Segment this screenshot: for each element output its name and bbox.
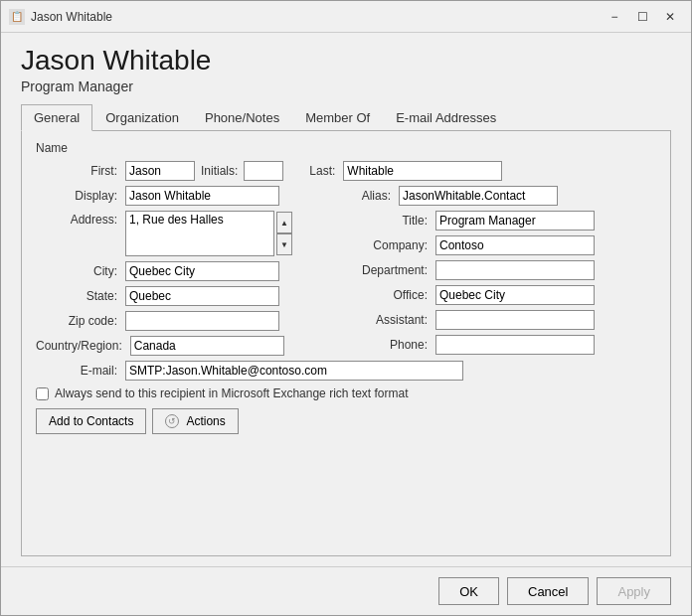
- country-label: Country/Region:: [36, 339, 130, 353]
- left-column: Address: 1, Rue des Halles ▲ ▼ City:: [36, 211, 346, 361]
- address-input[interactable]: 1, Rue des Halles: [125, 211, 274, 256]
- zip-input[interactable]: [125, 311, 279, 331]
- apply-label: Apply: [617, 584, 650, 599]
- title-input[interactable]: [435, 211, 595, 231]
- last-label: Last:: [283, 164, 343, 178]
- company-row: Company:: [356, 235, 656, 255]
- action-buttons: Add to Contacts ↺ Actions: [36, 408, 656, 434]
- display-row: Display: Alias:: [36, 186, 656, 206]
- actions-label: Actions: [186, 414, 225, 428]
- alias-label: Alias:: [339, 189, 399, 203]
- city-row: City:: [36, 261, 336, 281]
- phone-label: Phone:: [356, 338, 435, 352]
- add-to-contacts-button[interactable]: Add to Contacts: [36, 408, 146, 434]
- content-area: Jason Whitable Program Manager General O…: [1, 33, 691, 566]
- actions-button[interactable]: ↺ Actions: [152, 408, 238, 434]
- state-label: State:: [36, 289, 125, 303]
- address-scroll: ▲ ▼: [276, 212, 292, 255]
- initials-label: Initials:: [195, 164, 244, 178]
- ok-label: OK: [459, 584, 478, 599]
- maximize-button[interactable]: ☐: [629, 7, 655, 27]
- tab-email-addresses[interactable]: E-mail Addresses: [383, 104, 509, 131]
- tab-member-of[interactable]: Member Of: [292, 104, 383, 131]
- last-input[interactable]: [343, 161, 502, 181]
- display-input[interactable]: [125, 186, 279, 206]
- display-label: Display:: [36, 189, 125, 203]
- phone-input[interactable]: [435, 335, 595, 355]
- title-row: Title:: [356, 211, 656, 231]
- department-input[interactable]: [435, 260, 595, 280]
- contact-name: Jason Whitable: [21, 45, 671, 77]
- alias-input[interactable]: [399, 186, 558, 206]
- minimize-button[interactable]: −: [602, 7, 627, 27]
- contact-role: Program Manager: [21, 78, 671, 94]
- main-window: 📋 Jason Whitable − ☐ ✕ Jason Whitable Pr…: [0, 0, 692, 616]
- window-title: Jason Whitable: [31, 10, 112, 24]
- state-input[interactable]: [125, 286, 279, 306]
- name-row: First: Initials: Last:: [36, 161, 656, 181]
- department-label: Department:: [356, 263, 435, 277]
- city-input[interactable]: [125, 261, 279, 281]
- two-col-section: Address: 1, Rue des Halles ▲ ▼ City:: [36, 211, 656, 361]
- add-to-contacts-label: Add to Contacts: [49, 414, 133, 428]
- tab-organization[interactable]: Organization: [92, 104, 192, 131]
- tab-phone-notes[interactable]: Phone/Notes: [192, 104, 292, 131]
- first-label: First:: [36, 164, 125, 178]
- rich-text-checkbox[interactable]: [36, 387, 49, 400]
- phone-row: Phone:: [356, 335, 656, 355]
- cancel-label: Cancel: [528, 584, 568, 599]
- address-scroll-up[interactable]: ▲: [276, 212, 292, 233]
- window-icon: 📋: [9, 9, 25, 25]
- email-row: E-mail:: [36, 361, 656, 381]
- company-input[interactable]: [435, 235, 595, 255]
- right-column: Title: Company: Department:: [346, 211, 656, 361]
- zip-label: Zip code:: [36, 314, 125, 328]
- address-scroll-down[interactable]: ▼: [276, 233, 292, 255]
- first-input[interactable]: [125, 161, 195, 181]
- department-row: Department:: [356, 260, 656, 280]
- country-input[interactable]: [130, 336, 284, 356]
- address-label: Address:: [36, 211, 125, 227]
- close-button[interactable]: ✕: [657, 7, 683, 27]
- zip-row: Zip code:: [36, 311, 336, 331]
- tabs: General Organization Phone/Notes Member …: [21, 104, 671, 131]
- assistant-input[interactable]: [435, 310, 595, 330]
- assistant-label: Assistant:: [356, 313, 435, 327]
- apply-button[interactable]: Apply: [597, 577, 671, 605]
- title-bar-controls: − ☐ ✕: [602, 7, 683, 27]
- state-row: State:: [36, 286, 336, 306]
- title-bar: 📋 Jason Whitable − ☐ ✕: [1, 1, 691, 33]
- address-input-wrap: 1, Rue des Halles ▲ ▼: [125, 211, 292, 256]
- initials-input[interactable]: [244, 161, 283, 181]
- actions-icon: ↺: [165, 414, 179, 428]
- city-label: City:: [36, 264, 125, 278]
- office-input[interactable]: [435, 285, 595, 305]
- title-label: Title:: [356, 214, 435, 228]
- form-area: Name First: Initials: Last: Display: Ali…: [21, 131, 671, 556]
- rich-text-label: Always send to this recipient in Microso…: [55, 386, 408, 400]
- title-bar-left: 📋 Jason Whitable: [9, 9, 112, 25]
- office-row: Office:: [356, 285, 656, 305]
- email-label: E-mail:: [36, 364, 125, 378]
- company-label: Company:: [356, 238, 435, 252]
- name-section-label: Name: [36, 141, 656, 155]
- assistant-row: Assistant:: [356, 310, 656, 330]
- country-row: Country/Region:: [36, 336, 336, 356]
- cancel-button[interactable]: Cancel: [507, 577, 589, 605]
- address-row: Address: 1, Rue des Halles ▲ ▼: [36, 211, 336, 256]
- tab-general[interactable]: General: [21, 104, 92, 131]
- checkbox-row: Always send to this recipient in Microso…: [36, 386, 656, 400]
- office-label: Office:: [356, 288, 435, 302]
- footer: OK Cancel Apply: [1, 566, 691, 615]
- ok-button[interactable]: OK: [438, 577, 499, 605]
- email-input[interactable]: [125, 361, 463, 381]
